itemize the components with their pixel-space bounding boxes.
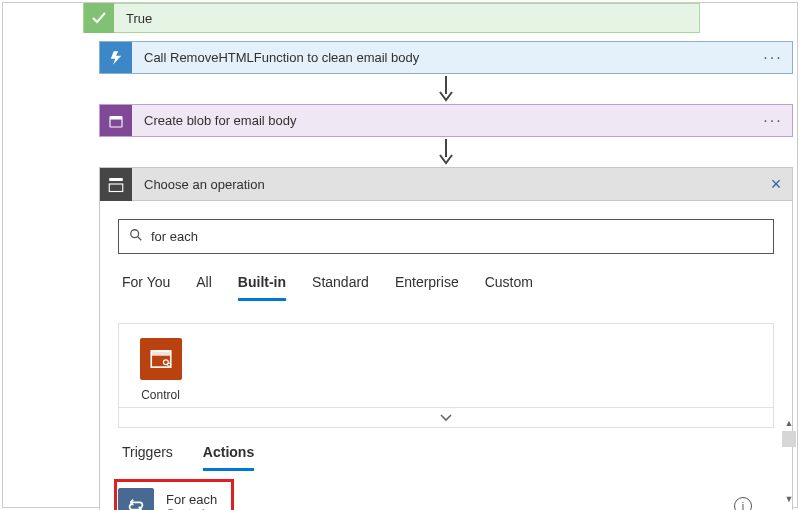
azure-function-icon xyxy=(100,42,132,73)
for-each-icon xyxy=(118,488,154,510)
action-create-blob[interactable]: Create blob for email body ··· xyxy=(99,104,793,137)
operation-picker: Choose an operation × For You All Built-… xyxy=(99,167,793,510)
operation-picker-title: Choose an operation xyxy=(132,177,760,192)
expand-connectors-button[interactable] xyxy=(119,407,773,427)
true-branch-label: True xyxy=(114,11,152,26)
svg-point-6 xyxy=(131,229,139,237)
action-menu-button[interactable]: ··· xyxy=(754,49,792,67)
result-for-each[interactable]: For each Control i xyxy=(118,485,774,510)
search-icon xyxy=(129,228,143,246)
flow-arrow-icon xyxy=(99,74,793,104)
search-operations-input[interactable] xyxy=(118,219,774,254)
action-call-function[interactable]: Call RemoveHTMLFunction to clean email b… xyxy=(99,41,793,74)
result-title: For each xyxy=(166,492,217,507)
action-label: Call RemoveHTMLFunction to clean email b… xyxy=(132,50,754,65)
category-tabs: For You All Built-in Standard Enterprise… xyxy=(118,274,774,301)
tab-enterprise[interactable]: Enterprise xyxy=(395,274,459,301)
svg-rect-4 xyxy=(109,178,123,181)
connector-label: Control xyxy=(133,388,188,402)
close-icon[interactable]: × xyxy=(760,174,792,195)
flow-arrow-icon xyxy=(99,137,793,167)
control-icon xyxy=(140,338,182,380)
tab-standard[interactable]: Standard xyxy=(312,274,369,301)
info-icon[interactable]: i xyxy=(734,497,752,510)
svg-rect-2 xyxy=(110,116,122,119)
action-label: Create blob for email body xyxy=(132,113,754,128)
true-branch-header: True xyxy=(83,3,700,33)
scrollbar-thumb[interactable] xyxy=(782,431,796,447)
result-subtitle: Control xyxy=(166,507,217,511)
svg-rect-9 xyxy=(151,351,171,356)
operation-picker-header: Choose an operation × xyxy=(100,168,792,201)
tab-all[interactable]: All xyxy=(196,274,212,301)
tab-for-you[interactable]: For You xyxy=(122,274,170,301)
checkmark-icon xyxy=(84,3,114,33)
action-menu-button[interactable]: ··· xyxy=(754,112,792,130)
connector-control[interactable]: Control xyxy=(133,338,188,402)
svg-line-7 xyxy=(138,236,142,240)
result-tabs: Triggers Actions xyxy=(118,444,774,471)
tab-custom[interactable]: Custom xyxy=(485,274,533,301)
tab-triggers[interactable]: Triggers xyxy=(122,444,173,471)
scroll-up-icon[interactable]: ▲ xyxy=(782,415,796,431)
tab-actions[interactable]: Actions xyxy=(203,444,254,471)
tab-built-in[interactable]: Built-in xyxy=(238,274,286,301)
chevron-down-icon xyxy=(439,413,453,423)
blob-storage-icon xyxy=(100,105,132,136)
search-input[interactable] xyxy=(151,229,763,244)
svg-rect-5 xyxy=(109,184,123,192)
operation-icon xyxy=(100,168,132,201)
scroll-down-icon[interactable]: ▼ xyxy=(782,491,796,507)
connector-grid: Control xyxy=(118,323,774,428)
